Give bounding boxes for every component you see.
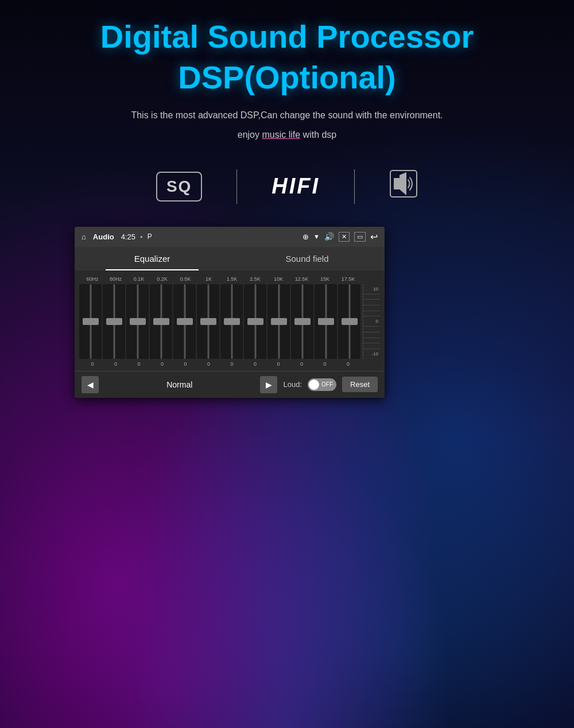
eq-val-0: 0	[82, 361, 103, 367]
audio-label: Audio	[93, 233, 114, 241]
eq-freq-labels: 60Hz 80Hz 0.1K 0.2K 0.5K 1K 1.5K 2.5K 10…	[79, 276, 380, 282]
bottom-controls: ◀ Normal ▶ Loud: OFF Reset	[75, 371, 385, 398]
eq-val-2: 0	[128, 361, 150, 367]
eq-val-5: 0	[198, 361, 220, 367]
freq-label-11: 17.5K	[338, 276, 359, 282]
prev-button[interactable]: ◀	[82, 376, 99, 393]
page-title-line1: Digital Sound Processor	[100, 17, 474, 56]
eq-slider-8[interactable]	[267, 284, 290, 359]
tabs-container: Equalizer Sound field	[75, 247, 385, 270]
eq-val-3: 0	[152, 361, 173, 367]
loud-label: Loud:	[283, 380, 302, 389]
scale-mid: 0	[363, 319, 380, 324]
eq-val-1: 0	[105, 361, 127, 367]
reset-button[interactable]: Reset	[342, 377, 378, 392]
dot-icon: ●	[140, 234, 143, 239]
loudness-toggle[interactable]: OFF	[308, 378, 336, 391]
eq-sliders-container: 10 0 -	[79, 284, 380, 359]
freq-label-7: 2.5K	[245, 276, 266, 282]
eq-val-8: 0	[267, 361, 289, 367]
freq-label-1: 80Hz	[105, 276, 127, 282]
speaker-icon-box	[389, 169, 418, 203]
eq-slider-5[interactable]	[197, 284, 219, 359]
eq-slider-4[interactable]	[173, 284, 196, 359]
close-icon[interactable]: ✕	[339, 232, 350, 242]
scale-top: 10	[363, 286, 380, 292]
eq-slider-9[interactable]	[291, 284, 313, 359]
svg-rect-1	[394, 178, 400, 189]
scale-bottom: -10	[363, 351, 380, 357]
eq-slider-11[interactable]	[338, 284, 360, 359]
vol-icon: 🔊	[324, 232, 334, 241]
home-icon[interactable]: ⌂	[82, 233, 86, 241]
equalizer-area: 60Hz 80Hz 0.1K 0.2K 0.5K 1K 1.5K 2.5K 10…	[75, 270, 385, 371]
nav-icon: ⊕	[302, 233, 309, 241]
eq-val-spacer	[360, 361, 378, 367]
divider-2	[354, 169, 355, 204]
eq-slider-10[interactable]	[315, 284, 337, 359]
freq-label-9: 12.5K	[291, 276, 313, 282]
hifi-icon: HIFI	[272, 174, 320, 199]
description-line1: This is the most advanced DSP,Can change…	[131, 107, 443, 124]
sq-icon: SQ	[156, 172, 202, 202]
back-icon[interactable]: ↩	[370, 231, 378, 242]
eq-slider-3[interactable]	[150, 284, 172, 359]
eq-val-7: 0	[245, 361, 266, 367]
divider-1	[236, 169, 237, 204]
signal-icon: ▼	[313, 233, 320, 240]
eq-slider-7[interactable]	[244, 284, 266, 359]
feature-icons-row: SQ HIFI	[0, 169, 574, 204]
mode-label: Normal	[104, 380, 254, 389]
freq-label-3: 0.2K	[152, 276, 173, 282]
toggle-state: OFF	[321, 381, 333, 388]
eq-slider-0[interactable]	[79, 284, 102, 359]
eq-slider-6[interactable]	[220, 284, 243, 359]
freq-label-5: 1K	[198, 276, 220, 282]
svg-marker-2	[400, 172, 406, 195]
freq-label-8: 10K	[267, 276, 289, 282]
eq-val-10: 0	[314, 361, 336, 367]
eq-values-row: 0 0 0 0 0 0 0 0 0 0 0 0	[79, 359, 380, 368]
p-label: P	[148, 233, 152, 241]
eq-sliders	[79, 284, 360, 359]
audio-panel: ⌂ Audio 4:25 ● P ⊕ ▼ 🔊 ✕ ▭ ↩ Equalizer S…	[75, 227, 385, 398]
page-title-line2: DSP(Optional)	[178, 59, 396, 96]
description-line2: enjoy music life with dsp	[238, 127, 337, 144]
eq-val-9: 0	[291, 361, 313, 367]
eq-val-4: 0	[174, 361, 196, 367]
freq-label-6: 1.5K	[221, 276, 243, 282]
window-icon[interactable]: ▭	[354, 232, 366, 242]
eq-slider-2[interactable]	[126, 284, 149, 359]
sq-icon-box: SQ	[156, 172, 202, 202]
freq-label-10: 15K	[314, 276, 336, 282]
toggle-knob	[309, 380, 319, 390]
tab-equalizer[interactable]: Equalizer	[75, 247, 230, 270]
eq-val-11: 0	[338, 361, 359, 367]
eq-scale: 10 0 -	[363, 284, 380, 359]
status-bar: ⌂ Audio 4:25 ● P ⊕ ▼ 🔊 ✕ ▭ ↩	[75, 227, 385, 247]
freq-label-0: 60Hz	[82, 276, 103, 282]
freq-label-spacer	[360, 276, 378, 282]
status-time: 4:25	[121, 233, 135, 241]
speaker-icon	[389, 169, 418, 203]
eq-val-6: 0	[221, 361, 243, 367]
next-button[interactable]: ▶	[260, 376, 277, 393]
tab-sound-field[interactable]: Sound field	[230, 247, 385, 270]
freq-label-2: 0.1K	[128, 276, 150, 282]
freq-label-4: 0.5K	[174, 276, 196, 282]
hifi-icon-box: HIFI	[272, 174, 320, 199]
eq-slider-1[interactable]	[103, 284, 125, 359]
